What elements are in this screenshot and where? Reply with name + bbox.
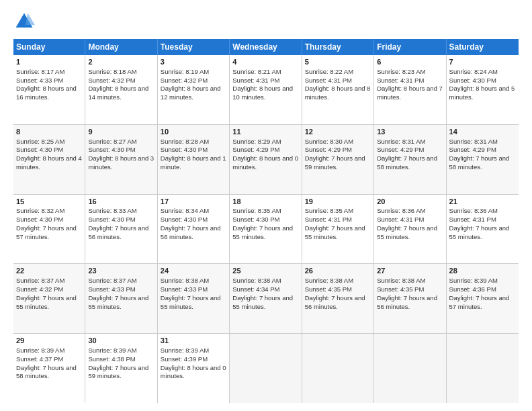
day-number: 15: [16, 197, 82, 207]
table-row: 31Sunrise: 8:39 AMSunset: 4:39 PMDayligh…: [158, 334, 230, 403]
sunset: Sunset: 4:33 PM: [88, 285, 135, 293]
daylight: Daylight: 7 hours and 56 minutes.: [161, 224, 221, 240]
daylight: Daylight: 8 hours and 14 minutes.: [88, 85, 148, 101]
sunrise: Sunrise: 8:32 AM: [16, 207, 64, 214]
sunset: Sunset: 4:31 PM: [305, 77, 352, 84]
daylight: Daylight: 8 hours and 5 minutes.: [449, 85, 515, 101]
day-number: 18: [232, 197, 298, 207]
daylight: Daylight: 8 hours and 4 minutes.: [16, 154, 82, 171]
sunset: Sunset: 4:35 PM: [377, 285, 424, 293]
table-row: 19Sunrise: 8:35 AMSunset: 4:31 PMDayligh…: [302, 195, 374, 264]
day-number: 21: [449, 197, 516, 207]
calendar-week-3: 15Sunrise: 8:32 AMSunset: 4:30 PMDayligh…: [13, 195, 519, 265]
sunrise: Sunrise: 8:38 AM: [161, 277, 209, 284]
day-number: 27: [377, 266, 443, 276]
day-number: 1: [16, 57, 82, 67]
table-row: 4Sunrise: 8:21 AMSunset: 4:31 PMDaylight…: [230, 55, 302, 124]
header-day-sunday: Sunday: [13, 39, 85, 55]
day-number: 7: [449, 57, 516, 67]
sunrise: Sunrise: 8:38 AM: [377, 277, 425, 284]
sunrise: Sunrise: 8:39 AM: [88, 347, 136, 354]
sunset: Sunset: 4:31 PM: [232, 77, 279, 84]
sunrise: Sunrise: 8:18 AM: [88, 68, 136, 75]
daylight: Daylight: 8 hours and 7 minutes.: [377, 85, 443, 101]
sunrise: Sunrise: 8:38 AM: [305, 277, 353, 284]
sunset: Sunset: 4:29 PM: [449, 146, 496, 153]
day-number: 4: [232, 57, 298, 67]
table-row: 12Sunrise: 8:30 AMSunset: 4:29 PMDayligh…: [302, 125, 374, 194]
sunrise: Sunrise: 8:24 AM: [449, 68, 498, 75]
day-number: 19: [305, 197, 371, 207]
daylight: Daylight: 7 hours and 55 minutes.: [232, 224, 293, 240]
sunrise: Sunrise: 8:33 AM: [88, 207, 136, 214]
day-number: 14: [449, 127, 516, 137]
sunset: Sunset: 4:32 PM: [88, 77, 135, 84]
table-row: 8Sunrise: 8:25 AMSunset: 4:30 PMDaylight…: [13, 125, 85, 194]
sunset: Sunset: 4:37 PM: [16, 355, 63, 363]
sunrise: Sunrise: 8:39 AM: [16, 347, 64, 354]
sunset: Sunset: 4:33 PM: [16, 77, 63, 84]
table-row: 1Sunrise: 8:17 AMSunset: 4:33 PMDaylight…: [13, 55, 85, 124]
daylight: Daylight: 7 hours and 55 minutes.: [16, 294, 77, 310]
sunrise: Sunrise: 8:31 AM: [449, 138, 498, 145]
sunrise: Sunrise: 8:37 AM: [88, 277, 136, 284]
table-row: 9Sunrise: 8:27 AMSunset: 4:30 PMDaylight…: [85, 125, 157, 194]
table-row: 15Sunrise: 8:32 AMSunset: 4:30 PMDayligh…: [13, 195, 85, 264]
table-row: 25Sunrise: 8:38 AMSunset: 4:34 PMDayligh…: [230, 264, 302, 333]
table-row: 10Sunrise: 8:28 AMSunset: 4:30 PMDayligh…: [158, 125, 230, 194]
table-row: 17Sunrise: 8:34 AMSunset: 4:30 PMDayligh…: [158, 195, 230, 264]
calendar-week-5: 29Sunrise: 8:39 AMSunset: 4:37 PMDayligh…: [13, 334, 519, 403]
sunset: Sunset: 4:30 PM: [16, 216, 63, 223]
sunset: Sunset: 4:30 PM: [88, 146, 135, 153]
sunset: Sunset: 4:30 PM: [161, 216, 208, 223]
sunset: Sunset: 4:31 PM: [377, 216, 424, 223]
sunrise: Sunrise: 8:39 AM: [449, 277, 498, 284]
table-row: 21Sunrise: 8:36 AMSunset: 4:31 PMDayligh…: [447, 195, 519, 264]
table-row: 22Sunrise: 8:37 AMSunset: 4:32 PMDayligh…: [13, 264, 85, 333]
day-number: 26: [305, 266, 371, 276]
sunset: Sunset: 4:29 PM: [305, 146, 352, 153]
sunrise: Sunrise: 8:22 AM: [305, 68, 353, 75]
table-row: [230, 334, 302, 403]
calendar-week-1: 1Sunrise: 8:17 AMSunset: 4:33 PMDaylight…: [13, 55, 519, 125]
sunset: Sunset: 4:31 PM: [377, 77, 424, 84]
calendar-week-2: 8Sunrise: 8:25 AMSunset: 4:30 PMDaylight…: [13, 125, 519, 195]
day-number: 3: [161, 57, 226, 67]
sunset: Sunset: 4:34 PM: [232, 285, 279, 293]
sunrise: Sunrise: 8:34 AM: [161, 207, 209, 214]
sunset: Sunset: 4:35 PM: [305, 285, 352, 293]
table-row: 14Sunrise: 8:31 AMSunset: 4:29 PMDayligh…: [447, 125, 519, 194]
day-number: 16: [88, 197, 154, 207]
day-number: 29: [16, 336, 82, 346]
table-row: [302, 334, 374, 403]
sunrise: Sunrise: 8:19 AM: [161, 68, 209, 75]
day-number: 6: [377, 57, 443, 67]
sunset: Sunset: 4:30 PM: [161, 146, 208, 153]
svg-marker-1: [26, 13, 35, 26]
daylight: Daylight: 7 hours and 58 minutes.: [449, 154, 510, 171]
header-day-friday: Friday: [374, 39, 446, 55]
table-row: 11Sunrise: 8:29 AMSunset: 4:29 PMDayligh…: [230, 125, 302, 194]
table-row: 3Sunrise: 8:19 AMSunset: 4:32 PMDaylight…: [158, 55, 230, 124]
daylight: Daylight: 7 hours and 55 minutes.: [161, 294, 221, 310]
header: [13, 11, 519, 32]
table-row: 7Sunrise: 8:24 AMSunset: 4:30 PMDaylight…: [447, 55, 519, 124]
table-row: 6Sunrise: 8:23 AMSunset: 4:31 PMDaylight…: [374, 55, 446, 124]
daylight: Daylight: 8 hours and 3 minutes.: [88, 154, 154, 171]
daylight: Daylight: 8 hours and 0 minutes.: [161, 364, 226, 380]
sunset: Sunset: 4:33 PM: [161, 285, 208, 293]
daylight: Daylight: 7 hours and 55 minutes.: [88, 294, 148, 310]
logo: [13, 11, 38, 32]
daylight: Daylight: 8 hours and 8 minutes.: [305, 85, 371, 101]
sunset: Sunset: 4:30 PM: [88, 216, 135, 223]
sunset: Sunset: 4:29 PM: [377, 146, 424, 153]
sunrise: Sunrise: 8:35 AM: [232, 207, 281, 214]
table-row: 2Sunrise: 8:18 AMSunset: 4:32 PMDaylight…: [85, 55, 157, 124]
day-number: 24: [161, 266, 226, 276]
sunrise: Sunrise: 8:38 AM: [232, 277, 281, 284]
sunset: Sunset: 4:38 PM: [88, 355, 135, 363]
day-number: 11: [232, 127, 298, 137]
sunset: Sunset: 4:30 PM: [449, 77, 496, 84]
day-number: 2: [88, 57, 154, 67]
sunrise: Sunrise: 8:37 AM: [16, 277, 64, 284]
